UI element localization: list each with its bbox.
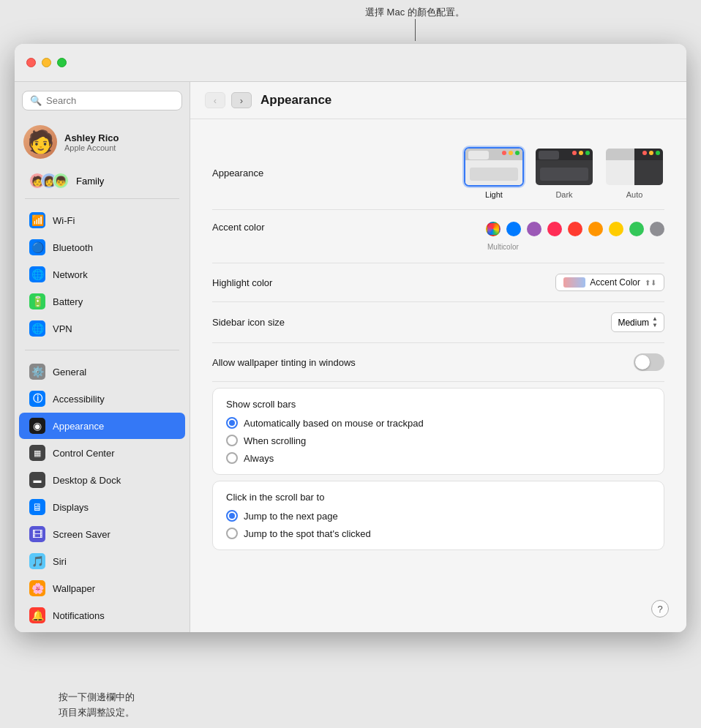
back-button[interactable]: ‹	[205, 92, 225, 108]
sidebar-item-notifications[interactable]: 🔔 Notifications	[19, 602, 185, 628]
content-body: Appearance	[190, 119, 686, 632]
click-spot-radio[interactable]	[226, 528, 238, 539]
appearance-option-light[interactable]: Light	[464, 147, 524, 199]
scroll-always-label: Always	[244, 453, 274, 464]
sidebar-item-desktop-dock[interactable]: ▬ Desktop & Dock	[19, 467, 185, 493]
sidebar-item-battery[interactable]: 🔋 Battery	[19, 288, 185, 315]
sidebar-label-bluetooth: Bluetooth	[53, 242, 93, 253]
sidebar-label-vpn: VPN	[53, 323, 72, 334]
sidebar-item-wallpaper[interactable]: 🌸 Wallpaper	[19, 575, 185, 601]
accent-orange[interactable]	[588, 222, 603, 236]
close-button[interactable]	[26, 58, 36, 67]
sidebar-label-accessibility: Accessibility	[53, 394, 105, 405]
battery-icon: 🔋	[29, 293, 45, 309]
wallpaper-tinting-toggle[interactable]	[634, 353, 664, 371]
sidebar-label-screen-saver: Screen Saver	[53, 529, 110, 540]
sidebar-label-network: Network	[53, 269, 88, 280]
user-info: Ashley Rico Apple Account	[64, 132, 119, 152]
displays-icon: 🖥	[29, 499, 45, 515]
sidebar-item-accessibility[interactable]: ⓘ Accessibility	[19, 386, 185, 412]
fullscreen-button[interactable]	[57, 58, 67, 67]
wifi-icon: 📶	[29, 212, 45, 228]
sidebar-label-control-center: Control Center	[53, 448, 115, 459]
appearance-options: Light	[464, 147, 664, 199]
show-scroll-bars-section: Show scroll bars Automatically based on …	[212, 388, 664, 475]
annotation-top: 選擇 Mac 的顏色配置。	[365, 6, 465, 19]
sidebar-settings-section: ⚙️ General ⓘ Accessibility ◉ Appearance …	[15, 355, 190, 632]
appearance-option-auto[interactable]: Auto	[604, 147, 664, 199]
appearance-control: Light	[464, 147, 664, 199]
sidebar-item-appearance[interactable]: ◉ Appearance	[19, 413, 185, 439]
accent-red[interactable]	[568, 222, 582, 236]
accent-yellow[interactable]	[609, 222, 623, 236]
control-center-icon: ▦	[29, 445, 45, 461]
appearance-icon: ◉	[29, 418, 45, 434]
sidebar-icon-size-row: Sidebar icon size Medium ▲ ▼	[212, 302, 664, 343]
sidebar-item-screen-saver[interactable]: 🎞 Screen Saver	[19, 521, 185, 547]
accent-multicolor[interactable]	[486, 222, 501, 236]
wallpaper-tinting-row: Allow wallpaper tinting in windows	[212, 343, 664, 382]
scroll-always-radio[interactable]	[226, 452, 238, 464]
scroll-always-option[interactable]: Always	[226, 452, 651, 464]
highlight-color-picker[interactable]: Accent Color ⬆⬇	[555, 274, 664, 291]
sidebar-divider-2	[25, 350, 179, 350]
scroll-scrolling-radio[interactable]	[226, 435, 238, 446]
scroll-auto-option[interactable]: Automatically based on mouse or trackpad	[226, 417, 651, 429]
stepper-arrows: ▲ ▼	[652, 316, 658, 329]
minimize-button[interactable]	[42, 58, 51, 67]
accent-color-control: Multicolor	[486, 222, 664, 252]
sidebar-item-control-center[interactable]: ▦ Control Center	[19, 440, 185, 466]
wallpaper-tinting-control	[634, 353, 664, 371]
show-scroll-bars-title: Show scroll bars	[226, 399, 651, 410]
accent-green[interactable]	[629, 222, 644, 236]
sidebar: 🔍 🧑 Ashley Rico Apple Account 🧑 👩 👦	[15, 82, 190, 632]
general-icon: ⚙️	[29, 364, 45, 380]
click-next-page-radio[interactable]	[226, 510, 238, 522]
click-scroll-bar-section: Click in the scroll bar to Jump to the n…	[212, 481, 664, 550]
page-title: Appearance	[260, 93, 331, 108]
sidebar-item-network[interactable]: 🌐 Network	[19, 261, 185, 288]
sidebar-item-siri[interactable]: 🎵 Siri	[19, 548, 185, 574]
sidebar-item-displays[interactable]: 🖥 Displays	[19, 494, 185, 520]
stepper-up-icon: ▲	[652, 316, 658, 322]
click-scroll-bar-title: Click in the scroll bar to	[226, 492, 651, 503]
family-label: Family	[76, 176, 104, 187]
toggle-knob	[635, 355, 650, 369]
click-spot-option[interactable]: Jump to the spot that's clicked	[226, 528, 651, 539]
accent-graphite[interactable]	[650, 222, 664, 236]
sidebar-item-family[interactable]: 🧑 👩 👦 Family	[19, 168, 185, 193]
avatar: 🧑	[23, 125, 57, 159]
back-arrow-icon: ‹	[214, 95, 217, 106]
search-input[interactable]	[46, 95, 174, 106]
stepper-down-icon: ▼	[652, 323, 658, 329]
light-label: Light	[485, 190, 503, 199]
help-button[interactable]: ?	[651, 600, 669, 618]
accent-pink[interactable]	[547, 222, 562, 236]
sidebar-item-wifi[interactable]: 📶 Wi-Fi	[19, 207, 185, 233]
main-content: ‹ › Appearance Appearance	[190, 82, 686, 632]
scroll-auto-radio[interactable]	[226, 417, 238, 429]
sidebar-item-general[interactable]: ⚙️ General	[19, 359, 185, 385]
accent-purple[interactable]	[527, 222, 541, 236]
click-next-page-option[interactable]: Jump to the next page	[226, 510, 651, 522]
auto-label: Auto	[626, 190, 643, 199]
main-window: 🔍 🧑 Ashley Rico Apple Account 🧑 👩 👦	[15, 44, 686, 632]
accent-colors-container: Multicolor	[486, 222, 664, 252]
sidebar-icon-size-stepper[interactable]: Medium ▲ ▼	[611, 312, 664, 332]
accent-sublabel: Multicolor	[487, 243, 519, 251]
accent-blue[interactable]	[506, 222, 521, 236]
forward-arrow-icon: ›	[240, 95, 243, 106]
auto-thumb	[604, 147, 664, 187]
accessibility-icon: ⓘ	[29, 391, 45, 407]
traffic-lights	[26, 58, 67, 67]
sidebar-item-vpn[interactable]: 🌐 VPN	[19, 315, 185, 342]
forward-button[interactable]: ›	[231, 92, 252, 108]
appearance-label: Appearance	[212, 168, 344, 179]
appearance-option-dark[interactable]: Dark	[534, 147, 594, 199]
sidebar-label-displays: Displays	[53, 502, 89, 513]
user-section[interactable]: 🧑 Ashley Rico Apple Account	[15, 119, 190, 168]
sidebar-item-bluetooth[interactable]: 🔵 Bluetooth	[19, 234, 185, 260]
sidebar-label-siri: Siri	[53, 556, 67, 567]
scroll-scrolling-option[interactable]: When scrolling	[226, 435, 651, 446]
search-bar[interactable]: 🔍	[22, 91, 182, 110]
